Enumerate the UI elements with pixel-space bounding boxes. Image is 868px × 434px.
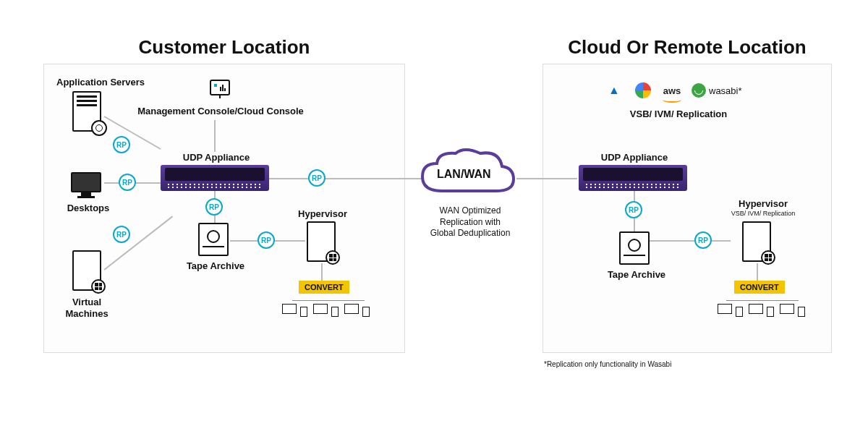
title-customer: Customer Location — [43, 36, 405, 59]
wasabi-icon: wasabi* — [692, 83, 742, 98]
convert-right: CONVERT — [734, 281, 785, 294]
rp-badge: RP — [258, 231, 275, 249]
connector — [321, 263, 323, 281]
disk-icon — [91, 120, 107, 136]
desktop-icon — [71, 172, 101, 198]
title-cloud: Cloud Or Remote Location — [542, 36, 832, 59]
label-tape-left: Tape Archive — [179, 260, 252, 272]
label-udp-right: UDP Appliance — [587, 152, 681, 163]
label-vsb-right: VSB/ IVM/ Replication — [606, 109, 751, 120]
rp-badge: RP — [694, 231, 712, 249]
connector — [516, 178, 577, 179]
app-server-icon — [72, 91, 101, 132]
cloud-text: LAN/WAN — [437, 168, 491, 181]
label-hyp-sub: VSB/ IVM/ Replication — [723, 210, 803, 218]
connector — [726, 300, 799, 301]
udp-appliance-left-icon — [161, 165, 269, 191]
label-hypervisor-right: Hypervisor — [723, 198, 803, 210]
rp-badge: RP — [205, 198, 223, 216]
wan-caption: WAN Optimized Replication with Global De… — [420, 205, 521, 239]
rp-badge: RP — [119, 174, 136, 191]
label-tape-right: Tape Archive — [600, 269, 673, 281]
gcp-icon — [634, 81, 652, 100]
label-hypervisor-left: Hypervisor — [286, 208, 359, 220]
cloud-providers: ▲ aws wasabi* — [605, 81, 742, 100]
label-mgmt-console: Management Console/Cloud Console — [130, 106, 311, 117]
console-icon — [210, 80, 230, 95]
vm-badge-icon — [91, 279, 106, 294]
label-app-servers: Application Servers — [56, 77, 150, 88]
hypervisor-icon-left — [307, 221, 336, 262]
connector — [292, 300, 365, 301]
rp-badge: RP — [625, 201, 642, 218]
rp-badge: RP — [308, 169, 326, 187]
tape-icon-left — [198, 223, 229, 256]
client-machines-right — [716, 304, 807, 317]
label-udp-appliance-left: UDP Appliance — [169, 152, 263, 163]
hypervisor-icon-right — [742, 221, 771, 262]
hv-badge-icon-r — [761, 250, 775, 265]
label-desktops: Desktops — [59, 203, 117, 214]
label-virtual-machines: Virtual Machines — [58, 297, 116, 319]
connector — [757, 263, 758, 281]
tape-icon-right — [619, 231, 650, 265]
udp-appliance-right-icon — [579, 165, 687, 191]
convert-left: CONVERT — [299, 281, 349, 294]
hv-badge-icon — [326, 250, 340, 265]
footnote: *Replication only functionality in Wasab… — [544, 360, 671, 368]
client-machines-left — [281, 304, 371, 317]
rp-badge: RP — [113, 226, 130, 243]
connector — [269, 178, 427, 179]
aws-icon: aws — [663, 81, 681, 100]
connector — [214, 120, 216, 152]
azure-icon: ▲ — [605, 81, 624, 100]
vm-icon — [72, 250, 101, 291]
rp-badge: RP — [113, 136, 130, 153]
wasabi-label: wasabi* — [709, 85, 742, 96]
